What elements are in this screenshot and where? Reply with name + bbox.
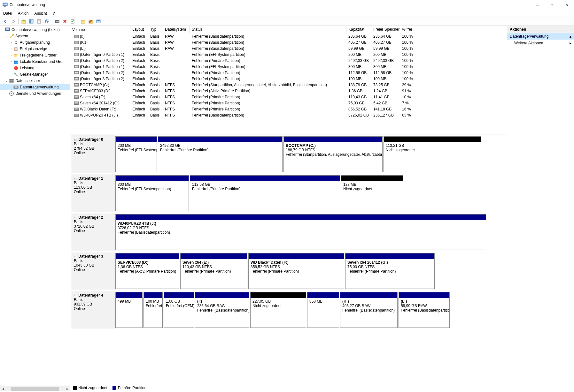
tree-item-4[interactable]: ›⛔Leistung <box>0 65 70 71</box>
partition[interactable]: Seven x64 (E:) 110,43 GB NTFS Fehlerfrei… <box>180 253 247 289</box>
scroll-right-button[interactable]: ▸ <box>65 386 70 391</box>
up-button[interactable] <box>20 18 27 25</box>
tree-disk-management[interactable]: Datenträgerverwaltung <box>0 84 70 90</box>
disk-info[interactable]: Datenträger 0 Basis 2794,52 GB Online <box>71 135 114 173</box>
volume-row[interactable]: Seven x64 (E:)EinfachBasisNTFSFehlerfrei… <box>70 94 507 100</box>
disk-block[interactable]: Datenträger 3 Basis 1043,30 GB Online SE… <box>71 252 504 290</box>
forward-button[interactable] <box>10 18 17 25</box>
tree-root[interactable]: Computerverwaltung (Lokal) <box>0 26 70 33</box>
disk-block[interactable]: Datenträger 1 Basis 113,00 GB Online 300… <box>71 174 504 212</box>
col-free[interactable]: Freier Speicher <box>371 26 400 33</box>
tree-item-3[interactable]: ›👥Lokale Benutzer und Gru <box>0 58 70 65</box>
disk-block[interactable]: Datenträger 0 Basis 2794,52 GB Online 20… <box>71 135 504 173</box>
expand-icon[interactable]: › <box>9 41 13 44</box>
tree-item-0[interactable]: ›⏱Aufgabenplanung <box>0 39 70 46</box>
collapse-icon[interactable]: ⌄ <box>4 34 9 38</box>
partition[interactable]: 128 MB Nicht zugeordnet <box>341 175 403 211</box>
folder-button[interactable] <box>80 18 87 25</box>
volume-row[interactable]: (I:)EinfachBasisRAWFehlerfrei (Basisdate… <box>70 33 507 39</box>
tree-item-1[interactable]: ›📋Ereignisanzeige <box>0 46 70 52</box>
col-type[interactable]: Typ <box>148 26 163 33</box>
col-layout[interactable]: Layout <box>130 26 148 33</box>
partition[interactable]: 300 MB Fehlerfrei (EFI-Systempartition) <box>115 175 189 211</box>
partition[interactable]: BOOTCAMP (C:) 188,79 GB NTFS Fehlerfrei … <box>283 136 383 172</box>
disk-block[interactable]: Datenträger 2 Basis 3726,02 GB Online WD… <box>71 213 504 251</box>
volume-list-body[interactable]: (I:)EinfachBasisRAWFehlerfrei (Basisdate… <box>70 33 507 134</box>
tree-item-5[interactable]: 🔧Geräte-Manager <box>0 71 70 78</box>
maximize-button[interactable]: □ <box>545 0 559 10</box>
volume-row[interactable]: WD40PURZ3 4TB (J:)EinfachBasisNTFSFehler… <box>70 112 507 118</box>
edit-button[interactable] <box>87 18 94 25</box>
volume-row[interactable]: (Datenträger 0 Partition 2)EinfachBasisF… <box>70 57 507 64</box>
disk-block[interactable]: Datenträger 4 Basis 931,39 GB Online 499… <box>71 291 504 329</box>
volume-status: Fehlerfrei (Primäre Partition) <box>190 100 346 106</box>
volume-row[interactable]: (Datenträger 3 Partition 2)EinfachBasisF… <box>70 76 507 82</box>
volume-row[interactable]: (Datenträger 1 Partition 1)EinfachBasisF… <box>70 64 507 70</box>
volume-row[interactable]: (Datenträger 1 Partition 2)EinfachBasisF… <box>70 70 507 76</box>
view-button[interactable] <box>95 18 102 25</box>
volume-row[interactable]: (Datenträger 0 Partition 1)EinfachBasisF… <box>70 51 507 57</box>
delete-button[interactable] <box>61 18 68 25</box>
partition[interactable]: Seven x64 201412 (G:) 75,00 GB NTFS Fehl… <box>345 253 435 289</box>
volume-row[interactable]: (L:)EinfachBasisRAWFehlerfrei (Basisdate… <box>70 45 507 51</box>
expand-icon[interactable]: › <box>9 54 13 57</box>
menu-ansicht[interactable]: Ansicht <box>34 11 47 16</box>
expand-icon[interactable]: › <box>4 92 9 95</box>
back-button[interactable] <box>2 18 9 25</box>
partition[interactable]: WD40PURZ3 4TB (J:) 3726,02 GB NTFS Fehle… <box>115 214 486 250</box>
disk-info[interactable]: Datenträger 2 Basis 3726,02 GB Online <box>71 213 114 251</box>
minimize-button[interactable]: — <box>530 0 545 10</box>
partition[interactable]: SERVICE003 (D:) 1,36 GB NTFS Fehlerfrei … <box>115 253 179 289</box>
check-button[interactable] <box>69 18 76 25</box>
col-volume[interactable]: Volume <box>70 26 130 33</box>
actions-context[interactable]: Datenträgerverwaltung ▴ <box>507 33 574 40</box>
tree-services[interactable]: › Dienste und Anwendungen <box>0 90 70 97</box>
expand-icon[interactable]: › <box>9 60 13 63</box>
partition[interactable]: 2492,33 GB Fehlerfrei (Primäre Partition… <box>158 136 283 172</box>
tree-item-2[interactable]: ›📁Freigegebene Ordner <box>0 52 70 58</box>
partition[interactable]: 227,05 GB Nicht zugeordnet <box>250 292 306 328</box>
partition[interactable]: (K:) 405,27 GB RAW Fehlerfrei (Basisdate… <box>340 292 398 328</box>
col-cap[interactable]: Kapazität <box>346 26 371 33</box>
disk-graphical-view[interactable]: Datenträger 0 Basis 2794,52 GB Online 20… <box>70 134 507 384</box>
properties-button[interactable] <box>35 18 43 25</box>
partition[interactable]: (L:) 59,99 GB RAW Fehlerfrei (Basisdaten… <box>399 292 450 328</box>
disk-info[interactable]: Datenträger 1 Basis 113,00 GB Online <box>71 174 114 212</box>
scroll-left-button[interactable]: ◂ <box>0 386 5 391</box>
partition[interactable]: 868 MB <box>307 292 339 328</box>
volume-row[interactable]: BOOTCAMP (C:)EinfachBasisNTFSFehlerfrei … <box>70 82 507 88</box>
refresh-button[interactable] <box>54 18 61 25</box>
navigation-tree[interactable]: Computerverwaltung (Lokal) ⌄ System ›⏱Au… <box>0 26 70 386</box>
volume-row[interactable]: (K:)EinfachBasisRAWFehlerfrei (Basisdate… <box>70 39 507 45</box>
partition[interactable]: 499 MB <box>115 292 143 328</box>
partition[interactable]: 100 MB Fehlerfrei <box>144 292 163 328</box>
tree-storage[interactable]: ⌄ Datenspeicher <box>0 78 70 84</box>
menu-datei[interactable]: Datei <box>3 11 13 16</box>
volume-row[interactable]: SERVICE003 (D:)EinfachBasisNTFSFehlerfre… <box>70 88 507 94</box>
tree-system[interactable]: ⌄ System <box>0 33 70 39</box>
scroll-thumb[interactable] <box>11 387 59 391</box>
show-hide-tree-button[interactable] <box>28 18 35 25</box>
disk-info[interactable]: Datenträger 4 Basis 931,39 GB Online <box>71 291 114 329</box>
partition[interactable]: WD Black² Daten (F:) 856,52 GB NTFS Fehl… <box>248 253 344 289</box>
col-status[interactable]: Status <box>190 26 346 33</box>
disk-info[interactable]: Datenträger 3 Basis 1043,30 GB Online <box>71 252 114 290</box>
partition[interactable]: 200 MB Fehlerfrei (EFI-Systempartition) <box>115 136 157 172</box>
expand-icon[interactable]: › <box>9 47 13 50</box>
menu-aktion[interactable]: Aktion <box>17 11 29 16</box>
menu-help[interactable]: ? <box>52 11 56 16</box>
tree-scrollbar[interactable]: ◂ ▸ <box>0 386 70 391</box>
collapse-icon[interactable]: ⌄ <box>4 79 9 82</box>
col-fs[interactable]: Dateisystem <box>163 26 190 33</box>
volume-row[interactable]: Seven x64 201412 (G:)EinfachBasisNTFSFeh… <box>70 100 507 106</box>
partition[interactable]: 1,00 GB Fehlerfrei (OEM) <box>164 292 194 328</box>
partition[interactable]: 112,58 GB Fehlerfrei (Primäre Partition) <box>190 175 340 211</box>
partition[interactable]: (I:) 236,64 GB RAW Fehlerfrei (Basisdate… <box>195 292 249 328</box>
expand-icon[interactable]: › <box>9 66 13 70</box>
partition[interactable]: 113,21 GB Nicht zugeordnet <box>384 136 481 172</box>
volume-row[interactable]: WD Black² Daten (F:)EinfachBasisNTFSFehl… <box>70 106 507 112</box>
actions-more[interactable]: Weitere Aktionen ▸ <box>507 40 574 47</box>
close-button[interactable]: ✕ <box>559 0 574 10</box>
help-button[interactable]: ? <box>43 18 50 25</box>
col-pct[interactable]: % frei <box>400 26 418 33</box>
